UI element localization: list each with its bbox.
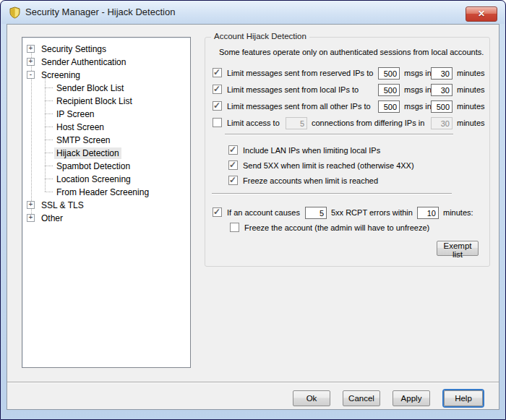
limit-other-ips-label[interactable]: Limit messages sent from all other IPs t… — [227, 102, 371, 111]
local-msgs-input[interactable] — [378, 84, 400, 96]
freeze-accounts-label[interactable]: Freeze accounts when limit is reached — [243, 176, 378, 185]
reserved-msgs-unit: msgs in — [404, 69, 432, 77]
sidebar-item-from-header-screening[interactable]: From Header Screening — [22, 186, 189, 198]
freeze-accounts-checkbox[interactable] — [228, 176, 238, 185]
sidebar-item-hijack-detection[interactable]: Hijack Detection — [22, 147, 189, 159]
rcpt-errors-checkbox[interactable] — [213, 207, 222, 217]
access-minutes-input[interactable] — [431, 117, 453, 129]
limit-local-ips-row: Limit messages sent from local IPs to ms… — [205, 84, 489, 96]
reserved-minutes-unit: minutes — [457, 69, 485, 77]
sidebar-item-sender-authentication[interactable]: + Sender Authentication — [22, 56, 189, 68]
tree-item-label: Security Settings — [39, 43, 108, 55]
include-lan-ips-checkbox[interactable] — [228, 145, 238, 155]
local-msgs-unit: msgs in — [404, 85, 432, 94]
sidebar-item-spambot-detection[interactable]: Spambot Detection — [22, 160, 189, 172]
sidebar-item-host-screen[interactable]: Host Screen — [22, 121, 189, 133]
tree-item-label: Sender Block List — [54, 82, 126, 94]
freeze-account-checkbox[interactable] — [230, 223, 239, 232]
limit-local-ips-checkbox[interactable] — [213, 85, 222, 94]
sidebar-item-sender-block-list[interactable]: Sender Block List — [22, 82, 189, 94]
rcpt-errors-row: If an account causes 5xx RCPT errors wit… — [205, 207, 489, 219]
tree-item-label: IP Screen — [54, 108, 96, 120]
group-note: Some features operate only on authentica… — [219, 48, 484, 56]
tree-item-label: Screening — [39, 69, 82, 81]
help-button[interactable]: Help — [444, 390, 483, 406]
close-button[interactable]: ✕ — [466, 7, 497, 22]
include-lan-ips-row[interactable]: Include LAN IPs when limiting local IPs — [205, 145, 489, 157]
limit-access-row: Limit access to connections from differi… — [205, 117, 489, 129]
footer-separator — [7, 382, 499, 383]
send-5xx-row[interactable]: Send 5XX when limit is reached (otherwis… — [205, 160, 489, 172]
expand-plus-icon[interactable]: + — [27, 58, 35, 66]
sidebar-item-other[interactable]: + Other — [22, 212, 189, 224]
limit-other-ips-row: Limit messages sent from all other IPs t… — [205, 100, 489, 113]
tree-item-label: Recipient Block List — [54, 95, 134, 107]
send-5xx-label[interactable]: Send 5XX when limit is reached (otherwis… — [243, 161, 414, 170]
tree-item-label: Hijack Detection — [54, 147, 121, 159]
group-title: Account Hijack Detection — [211, 32, 309, 40]
reserved-minutes-input[interactable] — [431, 67, 453, 80]
limit-other-ips-checkbox[interactable] — [213, 101, 222, 111]
send-5xx-checkbox[interactable] — [228, 160, 238, 170]
apply-button[interactable]: Apply — [393, 390, 430, 406]
sidebar-item-recipient-block-list[interactable]: Recipient Block List — [22, 95, 189, 107]
freeze-account-label[interactable]: Freeze the account (the admin will have … — [244, 223, 429, 232]
limit-access-checkbox[interactable] — [213, 118, 222, 127]
tree-item-label: SMTP Screen — [54, 134, 112, 146]
dialog-client-area: + Security Settings + Sender Authenticat… — [7, 24, 499, 410]
tree-item-label: Host Screen — [54, 121, 106, 133]
other-minutes-input[interactable] — [431, 100, 453, 113]
tree-item-label: Location Screening — [54, 173, 133, 185]
access-mid-label: connections from differing IPs in — [312, 119, 424, 127]
dialog-window: Security Manager - Hijack Detection ✕ + … — [0, 0, 506, 420]
rcpt-errors-label[interactable]: If an account causes — [227, 208, 300, 217]
local-minutes-input[interactable] — [431, 84, 453, 96]
collapse-minus-icon[interactable]: - — [27, 71, 35, 79]
shield-icon — [9, 7, 21, 19]
limit-reserved-ips-checkbox[interactable] — [213, 68, 222, 77]
tree-item-label: Sender Authentication — [39, 56, 128, 68]
window-title: Security Manager - Hijack Detection — [25, 7, 175, 17]
access-connections-input[interactable] — [286, 117, 307, 129]
title-bar[interactable]: Security Manager - Hijack Detection ✕ — [1, 1, 505, 24]
tree-item-label: SSL & TLS — [39, 200, 86, 211]
separator — [212, 193, 452, 194]
freeze-account-row[interactable]: Freeze the account (the admin will have … — [205, 222, 489, 234]
local-minutes-unit: minutes — [457, 85, 485, 94]
reserved-msgs-input[interactable] — [378, 67, 400, 80]
other-msgs-input[interactable] — [378, 100, 400, 113]
account-hijack-detection-group: Account Hijack Detection Some features o… — [205, 37, 490, 267]
cancel-button[interactable]: Cancel — [343, 390, 380, 406]
tree-item-label: Other — [39, 213, 65, 224]
tree-item-label: From Header Screening — [54, 187, 151, 198]
ok-button[interactable]: Ok — [293, 390, 330, 406]
sidebar-item-ssl-tls[interactable]: + SSL & TLS — [22, 199, 189, 211]
expand-plus-icon[interactable]: + — [27, 45, 35, 53]
settings-tree: + Security Settings + Sender Authenticat… — [22, 37, 191, 368]
sidebar-item-ip-screen[interactable]: IP Screen — [22, 108, 189, 120]
include-lan-ips-label[interactable]: Include LAN IPs when limiting local IPs — [243, 146, 380, 155]
separator — [225, 134, 453, 135]
expand-plus-icon[interactable]: + — [27, 201, 35, 209]
limit-local-ips-label[interactable]: Limit messages sent from local IPs to — [227, 85, 359, 94]
sidebar-item-screening[interactable]: - Screening — [22, 69, 189, 81]
freeze-accounts-row[interactable]: Freeze accounts when limit is reached — [205, 175, 489, 187]
sidebar-item-smtp-screen[interactable]: SMTP Screen — [22, 134, 189, 146]
sidebar-item-security-settings[interactable]: + Security Settings — [22, 43, 189, 55]
rcpt-minutes-unit: minutes: — [443, 208, 473, 217]
other-msgs-unit: msgs in — [404, 102, 432, 111]
limit-reserved-ips-row: Limit messages sent from reserved IPs to… — [205, 67, 489, 80]
expand-plus-icon[interactable]: + — [27, 214, 35, 222]
rcpt-mid-label: 5xx RCPT errors within — [331, 208, 413, 217]
other-minutes-unit: minutes — [457, 102, 485, 111]
tree-item-label: Spambot Detection — [54, 160, 132, 172]
rcpt-errors-input[interactable] — [305, 207, 327, 219]
limit-access-label[interactable]: Limit access to — [227, 119, 280, 127]
rcpt-minutes-input[interactable] — [417, 207, 439, 219]
access-minutes-unit: minutes — [457, 119, 485, 127]
exempt-list-button[interactable]: Exempt list — [437, 241, 479, 256]
limit-reserved-ips-label[interactable]: Limit messages sent from reserved IPs to — [227, 69, 373, 77]
sidebar-item-location-screening[interactable]: Location Screening — [22, 173, 189, 185]
